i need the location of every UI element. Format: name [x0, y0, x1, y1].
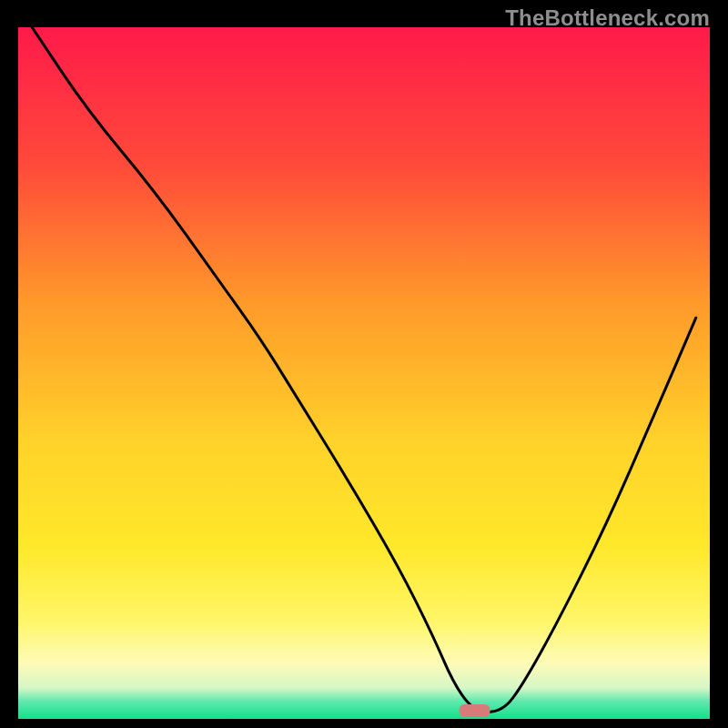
chart-frame: TheBottleneck.com: [0, 0, 728, 728]
plot-background: [18, 27, 710, 719]
chart-canvas: [18, 27, 710, 719]
optimum-marker: [460, 704, 490, 717]
